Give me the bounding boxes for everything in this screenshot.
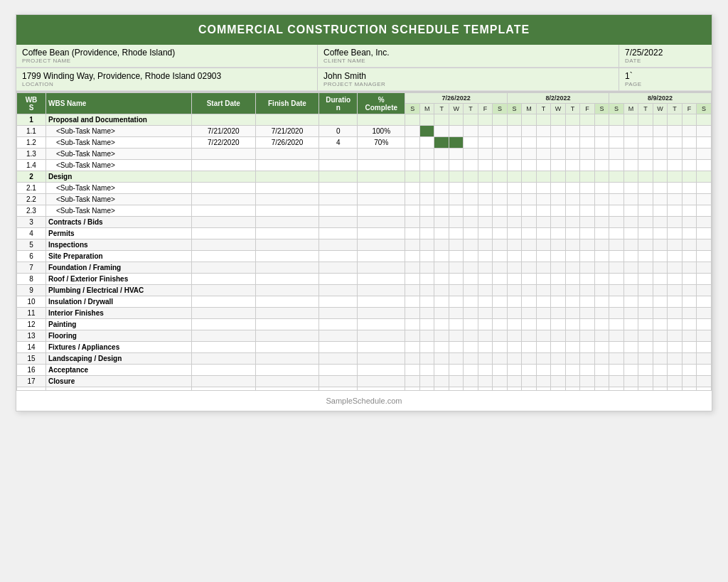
cell-gantt-17 bbox=[653, 160, 667, 171]
cell-gantt-18 bbox=[668, 330, 682, 342]
cell-gantt-5 bbox=[478, 149, 492, 160]
cell-gantt-4 bbox=[464, 387, 478, 391]
cell-gantt-8 bbox=[522, 205, 536, 217]
cell-gantt-7 bbox=[507, 365, 521, 376]
cell-gantt-2 bbox=[434, 149, 449, 160]
cell-gantt-6 bbox=[493, 342, 507, 353]
cell-gantt-13 bbox=[594, 239, 609, 251]
cell-gantt-11 bbox=[565, 251, 579, 262]
cell-gantt-17 bbox=[653, 228, 667, 239]
cell-gantt-18 bbox=[668, 296, 682, 308]
cell-gantt-9 bbox=[536, 228, 550, 239]
cell-gantt-6 bbox=[493, 228, 507, 239]
cell-duration bbox=[319, 353, 358, 365]
cell-gantt-7 bbox=[507, 194, 521, 205]
cell-gantt-0 bbox=[405, 342, 419, 353]
cell-gantt-18 bbox=[668, 319, 682, 330]
cell-gantt-4 bbox=[464, 376, 478, 387]
cell-wbs: 8 bbox=[17, 274, 46, 285]
cell-gantt-20 bbox=[697, 365, 712, 376]
cell-gantt-6 bbox=[493, 205, 507, 217]
cell-gantt-14 bbox=[609, 353, 623, 365]
cell-gantt-5 bbox=[478, 228, 492, 239]
cell-gantt-18 bbox=[668, 183, 682, 194]
cell-gantt-0 bbox=[405, 285, 419, 296]
footer-text: SampleSchedule.com bbox=[16, 391, 712, 411]
cell-gantt-2 bbox=[434, 342, 449, 353]
cell-gantt-2 bbox=[434, 285, 449, 296]
cell-gantt-1 bbox=[419, 228, 434, 239]
cell-gantt-11 bbox=[565, 353, 579, 365]
cell-start bbox=[191, 296, 255, 308]
th-wbs-name: WBS Name bbox=[46, 93, 191, 114]
cell-gantt-15 bbox=[623, 262, 638, 274]
cell-wbs: 16 bbox=[17, 365, 46, 376]
cell-name: <Sub-Task Name> bbox=[46, 137, 191, 149]
th-day-12: F bbox=[580, 104, 594, 114]
cell-gantt-15 bbox=[623, 308, 638, 319]
th-day-11: T bbox=[565, 104, 579, 114]
cell-wbs: 17 bbox=[17, 376, 46, 387]
cell-gantt-0 bbox=[405, 183, 419, 194]
cell-gantt-18 bbox=[668, 353, 682, 365]
cell-gantt-10 bbox=[551, 205, 565, 217]
cell-gantt-18 bbox=[668, 262, 682, 274]
cell-gantt-10 bbox=[551, 126, 565, 137]
cell-gantt-6 bbox=[493, 365, 507, 376]
cell-gantt-3 bbox=[449, 330, 463, 342]
cell-gantt-6 bbox=[493, 217, 507, 228]
cell-gantt-4 bbox=[464, 262, 478, 274]
cell-duration bbox=[319, 376, 358, 387]
cell-gantt-3 bbox=[449, 114, 463, 126]
cell-gantt-5 bbox=[478, 239, 492, 251]
cell-pct bbox=[358, 342, 405, 353]
cell-gantt-18 bbox=[668, 205, 682, 217]
cell-gantt-4 bbox=[464, 114, 478, 126]
cell-gantt-15 bbox=[623, 194, 638, 205]
cell-gantt-6 bbox=[493, 160, 507, 171]
cell-gantt-15 bbox=[623, 365, 638, 376]
cell-finish bbox=[255, 365, 319, 376]
cell-gantt-9 bbox=[536, 296, 550, 308]
cell-gantt-6 bbox=[493, 319, 507, 330]
cell-finish bbox=[255, 171, 319, 183]
cell-name: <Sub-Task Name> bbox=[46, 126, 191, 137]
cell-pct bbox=[358, 239, 405, 251]
cell-gantt-17 bbox=[653, 205, 667, 217]
cell-gantt-7 bbox=[507, 376, 521, 387]
cell-gantt-10 bbox=[551, 387, 565, 391]
cell-gantt-6 bbox=[493, 308, 507, 319]
cell-start bbox=[191, 228, 255, 239]
project-name-label: PROJECT NAME bbox=[22, 58, 311, 64]
cell-name: <Sub-Task Name> bbox=[46, 149, 191, 160]
cell-gantt-14 bbox=[609, 296, 623, 308]
cell-gantt-2 bbox=[434, 376, 449, 387]
cell-gantt-10 bbox=[551, 171, 565, 183]
cell-gantt-14 bbox=[609, 149, 623, 160]
cell-finish bbox=[255, 274, 319, 285]
table-row: 16Acceptance bbox=[17, 365, 712, 376]
cell-gantt-0 bbox=[405, 262, 419, 274]
cell-finish bbox=[255, 308, 319, 319]
cell-gantt-11 bbox=[565, 308, 579, 319]
cell-gantt-15 bbox=[623, 239, 638, 251]
cell-gantt-20 bbox=[697, 376, 712, 387]
cell-gantt-2 bbox=[434, 387, 449, 391]
cell-gantt-16 bbox=[638, 285, 653, 296]
cell-gantt-2 bbox=[434, 296, 449, 308]
th-day-2: T bbox=[434, 104, 449, 114]
cell-wbs: 11 bbox=[17, 308, 46, 319]
cell-duration bbox=[319, 285, 358, 296]
cell-wbs: 10 bbox=[17, 296, 46, 308]
cell-finish bbox=[255, 239, 319, 251]
cell-gantt-5 bbox=[478, 194, 492, 205]
cell-gantt-12 bbox=[580, 319, 594, 330]
cell-gantt-6 bbox=[493, 353, 507, 365]
cell-gantt-7 bbox=[507, 308, 521, 319]
cell-finish bbox=[255, 205, 319, 217]
cell-gantt-1 bbox=[419, 194, 434, 205]
cell-gantt-13 bbox=[594, 262, 609, 274]
cell-finish bbox=[255, 149, 319, 160]
cell-gantt-9 bbox=[536, 137, 550, 149]
cell-gantt-1 bbox=[419, 274, 434, 285]
